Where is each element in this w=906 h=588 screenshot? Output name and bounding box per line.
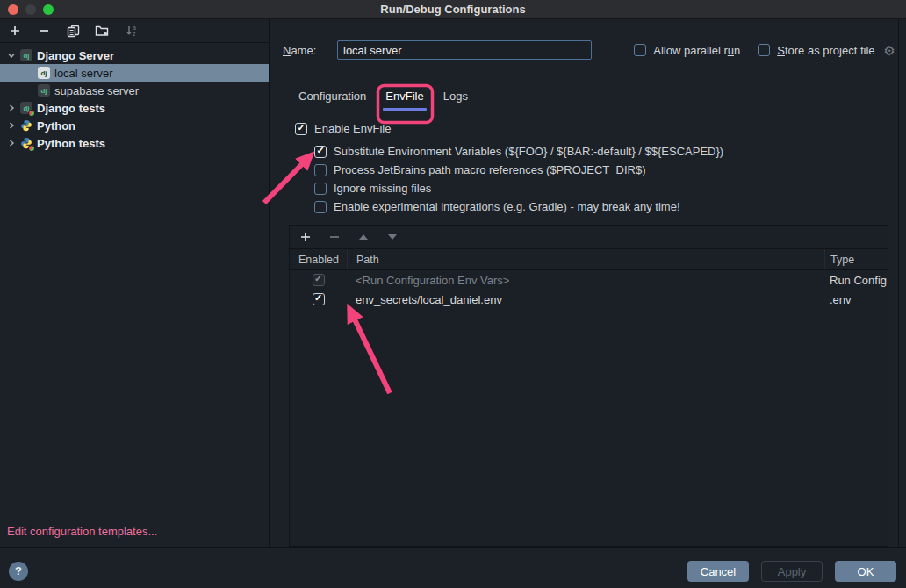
- python-icon: [20, 119, 32, 132]
- chevron-down-icon[interactable]: [5, 51, 18, 60]
- env-files-table-header: Enabled Path Type: [290, 249, 888, 270]
- configuration-tabs: Configuration EnvFile Logs: [289, 83, 888, 111]
- dialog-body: a z dj Django Server dj local server: [0, 19, 906, 547]
- tree-item-django-server[interactable]: dj Django Server: [0, 47, 269, 64]
- add-configuration-icon[interactable]: [8, 24, 22, 38]
- django-icon: dj: [38, 84, 50, 97]
- chevron-right-icon[interactable]: [5, 104, 18, 112]
- svg-text:a: a: [133, 25, 136, 31]
- panel-right-divider: [898, 19, 899, 547]
- copy-configuration-icon[interactable]: [66, 24, 80, 38]
- new-folder-icon[interactable]: [95, 24, 109, 38]
- row-type: Run Config: [824, 270, 888, 290]
- minimize-window-button[interactable]: [25, 4, 36, 15]
- tab-configuration[interactable]: Configuration: [289, 83, 376, 111]
- allow-parallel-run-label: Allow parallel run: [653, 44, 740, 57]
- process-path-macro-checkbox[interactable]: [314, 164, 327, 176]
- python-tests-icon: [20, 137, 32, 149]
- chevron-right-icon[interactable]: [5, 121, 18, 130]
- dialog-title: Run/Debug Configurations: [0, 0, 906, 18]
- tree-item-label: Django Server: [37, 49, 114, 62]
- ok-button[interactable]: OK: [835, 561, 896, 582]
- substitute-env-vars-checkbox[interactable]: [314, 146, 327, 158]
- footer-buttons: Cancel Apply OK: [687, 561, 896, 582]
- option-label: Ignore missing files: [334, 182, 431, 195]
- enable-envfile-option[interactable]: Enable EnvFile: [295, 119, 906, 138]
- envfile-options: Enable EnvFile Substitute Environment Va…: [270, 111, 906, 216]
- allow-parallel-run-checkbox[interactable]: [634, 44, 646, 56]
- help-button[interactable]: ?: [9, 562, 28, 581]
- configurations-sidebar: a z dj Django Server dj local server: [0, 19, 270, 547]
- gear-icon[interactable]: ⚙: [884, 44, 895, 57]
- column-header-enabled[interactable]: Enabled: [290, 254, 347, 266]
- cancel-button[interactable]: Cancel: [687, 561, 749, 582]
- dialog-footer: ? Cancel Apply OK: [0, 547, 906, 588]
- move-down-icon[interactable]: [385, 230, 399, 244]
- enable-envfile-checkbox[interactable]: [295, 123, 307, 135]
- title-bar: Run/Debug Configurations: [0, 0, 906, 19]
- zoom-window-button[interactable]: [43, 4, 54, 15]
- store-as-project-file-checkbox[interactable]: [758, 44, 770, 56]
- store-as-project-file-label: Store as project file: [777, 44, 874, 57]
- remove-env-file-icon[interactable]: [327, 230, 342, 244]
- tree-item-django-tests[interactable]: dj Django tests: [0, 99, 269, 117]
- column-header-path[interactable]: Path: [347, 249, 824, 269]
- ignore-missing-files-checkbox[interactable]: [314, 183, 327, 195]
- sort-configurations-icon[interactable]: a z: [124, 24, 138, 38]
- row-enabled-checkbox: [313, 274, 325, 286]
- option-label: Enable experimental integrations (e.g. G…: [334, 200, 680, 213]
- row-path: <Run Configuration Env Vars>: [347, 270, 824, 290]
- store-as-project-file-option[interactable]: Store as project file ⚙: [758, 44, 895, 57]
- row-type: .env: [824, 290, 888, 309]
- tree-item-python-tests[interactable]: Python tests: [0, 134, 269, 152]
- tree-item-label: supabase server: [54, 84, 139, 97]
- substitute-env-vars-option[interactable]: Substitute Environment Variables (${FOO}…: [314, 142, 906, 161]
- table-row-env-secrets[interactable]: env_secrets/local_daniel.env .env: [290, 290, 888, 309]
- env-files-table-toolbar: [290, 226, 888, 249]
- name-row: Name: Allow parallel run Store as projec…: [270, 19, 906, 60]
- row-path: env_secrets/local_daniel.env: [347, 290, 824, 309]
- table-row-run-config-env-vars[interactable]: <Run Configuration Env Vars> Run Config: [290, 270, 888, 290]
- close-window-button[interactable]: [8, 4, 18, 15]
- option-label: Enable EnvFile: [314, 122, 391, 135]
- remove-configuration-icon[interactable]: [37, 24, 51, 38]
- tree-item-supabase-server[interactable]: dj supabase server: [0, 82, 269, 99]
- traffic-lights: [8, 4, 54, 15]
- configuration-main-panel: Name: Allow parallel run Store as projec…: [270, 19, 906, 547]
- tree-item-label: Python: [37, 119, 76, 133]
- django-tests-icon: dj: [20, 102, 32, 114]
- add-env-file-icon[interactable]: [298, 230, 313, 244]
- chevron-right-icon[interactable]: [5, 139, 18, 147]
- experimental-integrations-option[interactable]: Enable experimental integrations (e.g. G…: [314, 197, 906, 216]
- configuration-name-input[interactable]: [337, 40, 592, 60]
- django-icon: dj: [38, 67, 50, 79]
- move-up-icon[interactable]: [356, 230, 370, 244]
- column-header-type[interactable]: Type: [824, 249, 888, 269]
- row-enabled-checkbox[interactable]: [313, 293, 325, 305]
- tree-item-label: local server: [54, 67, 112, 80]
- option-label: Substitute Environment Variables (${FOO}…: [334, 145, 723, 158]
- apply-button[interactable]: Apply: [761, 561, 823, 582]
- experimental-integrations-checkbox[interactable]: [314, 201, 327, 213]
- sidebar-toolbar: a z: [0, 19, 269, 43]
- header-checkboxes: Allow parallel run Store as project file…: [634, 44, 895, 57]
- svg-text:z: z: [133, 31, 136, 37]
- run-debug-configurations-dialog: Run/Debug Configurations: [0, 0, 906, 588]
- ignore-missing-files-option[interactable]: Ignore missing files: [314, 179, 906, 197]
- process-path-macro-option[interactable]: Process JetBrains path macro references …: [314, 161, 906, 179]
- tree-item-label: Python tests: [37, 137, 105, 150]
- tab-logs[interactable]: Logs: [434, 83, 478, 111]
- env-files-table-panel: Enabled Path Type <Run Configuration Env…: [289, 225, 888, 547]
- tree-item-local-server[interactable]: dj local server: [0, 64, 269, 82]
- configurations-tree: dj Django Server dj local server dj supa…: [0, 43, 269, 525]
- tree-item-label: Django tests: [37, 102, 105, 115]
- django-icon: dj: [20, 49, 32, 61]
- option-label: Process JetBrains path macro references …: [334, 163, 645, 176]
- edit-configuration-templates-link[interactable]: Edit configuration templates...: [7, 525, 269, 538]
- name-label: Name:: [283, 44, 337, 57]
- tab-envfile[interactable]: EnvFile: [376, 83, 433, 111]
- allow-parallel-run-option[interactable]: Allow parallel run: [634, 44, 740, 57]
- tree-item-python[interactable]: Python: [0, 117, 269, 134]
